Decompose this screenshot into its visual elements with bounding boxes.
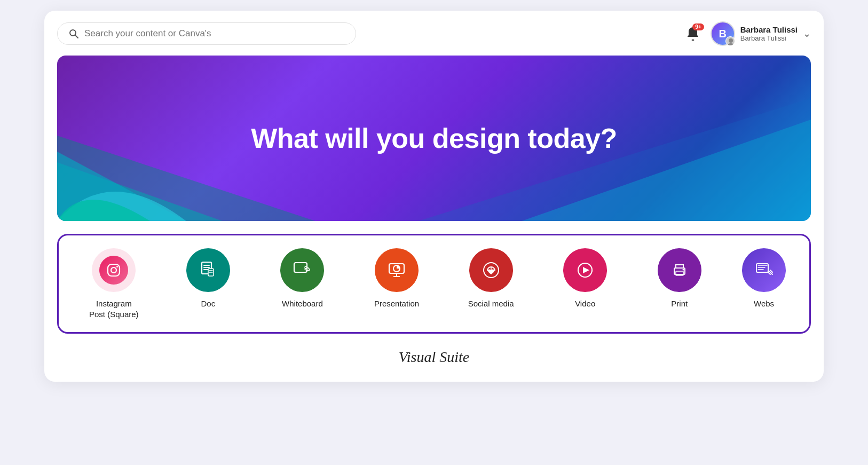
action-item-print[interactable]: Print — [635, 248, 724, 309]
svg-rect-10 — [108, 264, 120, 276]
action-label-print: Print — [671, 298, 688, 309]
instagram-icon-circle — [92, 248, 136, 292]
action-label-presentation: Presentation — [374, 298, 419, 309]
whiteboard-icon-circle — [280, 248, 324, 292]
svg-marker-8 — [419, 98, 811, 221]
action-label-website: Webs — [754, 298, 774, 309]
action-item-doc[interactable]: Doc — [164, 248, 253, 309]
action-label-doc: Doc — [201, 298, 216, 309]
notification-badge: 9+ — [692, 23, 704, 30]
quick-actions-row: InstagramPost (Square) Doc — [69, 248, 799, 319]
svg-marker-5 — [57, 162, 222, 221]
presentation-icon-circle — [375, 248, 419, 292]
main-container: 9+ B Barbara Tulissi Barbara Tulissi — [44, 11, 824, 382]
svg-point-12 — [116, 266, 118, 267]
header: 9+ B Barbara Tulissi Barbara Tulissi — [57, 21, 811, 46]
search-bar[interactable] — [57, 22, 356, 45]
svg-point-26 — [682, 269, 684, 271]
action-label-instagram: InstagramPost (Square) — [89, 298, 139, 319]
action-item-presentation[interactable]: Presentation — [352, 248, 441, 309]
video-icon-circle — [563, 248, 607, 292]
svg-point-2 — [691, 40, 694, 41]
action-item-whiteboard[interactable]: Whiteboard — [258, 248, 347, 309]
action-label-social: Social media — [468, 298, 514, 309]
website-icon-circle — [742, 248, 786, 292]
user-sub: Barbara Tulissi — [740, 34, 798, 42]
hero-title: What will you design today? — [251, 122, 617, 154]
svg-point-3 — [729, 38, 733, 43]
action-item-video[interactable]: Video — [541, 248, 630, 309]
svg-point-4 — [728, 43, 734, 46]
user-profile[interactable]: B Barbara Tulissi Barbara Tulissi ⌄ — [711, 21, 811, 46]
header-right: 9+ B Barbara Tulissi Barbara Tulissi — [685, 21, 811, 46]
search-input[interactable] — [84, 28, 345, 39]
social-icon-circle — [469, 248, 513, 292]
print-icon-circle — [658, 248, 701, 292]
svg-marker-9 — [57, 152, 186, 221]
chevron-down-icon: ⌄ — [803, 28, 811, 40]
avatar-inner — [725, 36, 735, 46]
action-item-social[interactable]: Social media — [446, 248, 535, 309]
user-name: Barbara Tulissi — [740, 25, 798, 34]
action-item-instagram[interactable]: InstagramPost (Square) — [69, 248, 159, 319]
quick-actions-wrap: InstagramPost (Square) Doc — [57, 234, 811, 334]
search-icon — [68, 28, 79, 39]
avatar: B — [711, 21, 735, 46]
svg-line-1 — [75, 35, 78, 38]
svg-point-11 — [111, 267, 116, 273]
visual-suite-label: Visual Suite — [57, 349, 811, 366]
user-info: Barbara Tulissi Barbara Tulissi — [740, 25, 798, 42]
hero-banner: What will you design today? — [57, 56, 811, 221]
action-label-whiteboard: Whiteboard — [282, 298, 323, 309]
doc-icon-circle — [186, 248, 230, 292]
action-label-video: Video — [575, 298, 595, 309]
action-item-website[interactable]: Webs — [729, 248, 799, 309]
notification-button[interactable]: 9+ — [685, 26, 701, 42]
svg-point-16 — [305, 266, 307, 269]
svg-marker-23 — [583, 267, 589, 273]
